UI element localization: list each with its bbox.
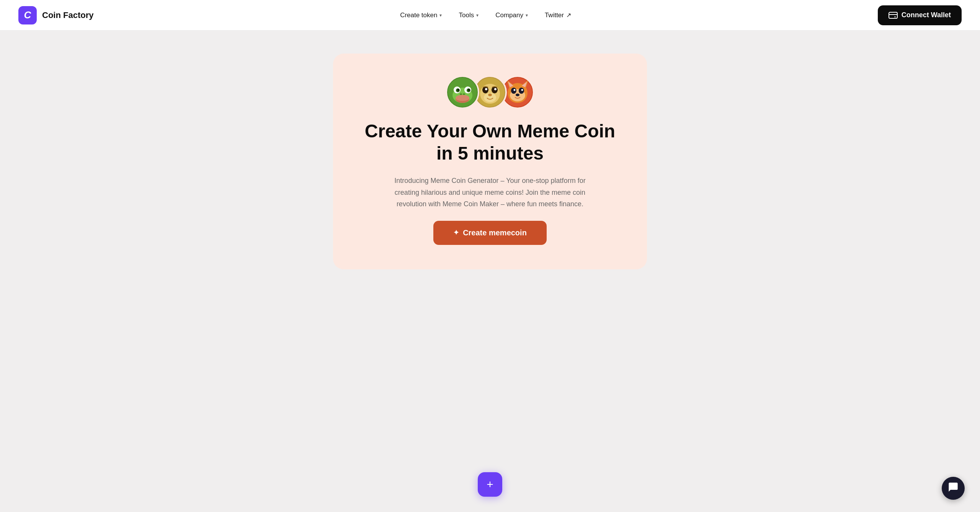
svg-point-13 [460, 93, 462, 95]
brand-name: Coin Factory [42, 10, 93, 20]
navbar-right: Connect Wallet [878, 5, 962, 25]
svg-point-31 [519, 88, 524, 94]
connect-wallet-button[interactable]: Connect Wallet [878, 5, 962, 25]
plus-icon: + [487, 479, 493, 490]
chat-bubble-button[interactable] [942, 477, 965, 500]
svg-point-30 [511, 88, 516, 94]
svg-point-34 [516, 94, 519, 96]
navbar-nav: Create token ▾ Tools ▾ Company ▾ Twitter… [393, 8, 578, 23]
svg-point-14 [463, 93, 465, 95]
chevron-down-icon: ▾ [476, 13, 479, 18]
navbar-logo-group: C Coin Factory [18, 6, 93, 24]
svg-point-12 [456, 95, 469, 101]
nav-item-twitter[interactable]: Twitter ↗ [538, 8, 578, 23]
doge-face-svg [475, 77, 505, 108]
svg-point-20 [485, 88, 487, 90]
fab-container: + [478, 472, 502, 497]
create-memecoin-button[interactable]: ✦ Create memecoin [433, 221, 547, 245]
svg-point-2 [894, 16, 895, 17]
svg-point-10 [468, 89, 470, 91]
hero-title: Create Your Own Meme Coin in 5 minutes [358, 120, 622, 164]
chevron-down-icon: ▾ [439, 13, 442, 18]
svg-point-33 [521, 89, 523, 91]
pepe-coin-avatar [446, 75, 479, 109]
sparkle-icon: ✦ [453, 228, 459, 237]
create-memecoin-label: Create memecoin [463, 228, 527, 237]
svg-point-32 [514, 89, 516, 91]
external-link-icon: ↗ [566, 11, 571, 19]
nav-item-company[interactable]: Company ▾ [488, 8, 535, 23]
pepe-face-svg [447, 77, 478, 108]
nav-label-create-token: Create token [400, 11, 437, 19]
nav-item-tools[interactable]: Tools ▾ [452, 8, 485, 23]
navbar: C Coin Factory Create token ▾ Tools ▾ Co… [0, 0, 980, 31]
connect-wallet-label: Connect Wallet [902, 11, 951, 19]
nav-label-tools: Tools [459, 11, 474, 19]
hero-card: Create Your Own Meme Coin in 5 minutes I… [333, 54, 647, 269]
logo-icon[interactable]: C [18, 6, 37, 24]
nav-item-create-token[interactable]: Create token ▾ [393, 8, 449, 23]
chat-icon [948, 482, 959, 495]
nav-label-company: Company [495, 11, 523, 19]
chevron-down-icon: ▾ [526, 13, 528, 18]
hero-subtitle: Introducing Meme Coin Generator – Your o… [387, 175, 593, 210]
nav-label-twitter: Twitter [545, 11, 564, 19]
svg-point-21 [494, 88, 497, 90]
svg-rect-0 [889, 12, 897, 18]
svg-point-9 [457, 89, 459, 91]
main-content: Create Your Own Meme Coin in 5 minutes I… [0, 31, 980, 300]
coin-avatars [446, 75, 534, 109]
wallet-icon [889, 11, 898, 20]
svg-point-22 [488, 94, 492, 96]
fab-button[interactable]: + [478, 472, 502, 497]
shiba-face-svg [502, 77, 533, 108]
